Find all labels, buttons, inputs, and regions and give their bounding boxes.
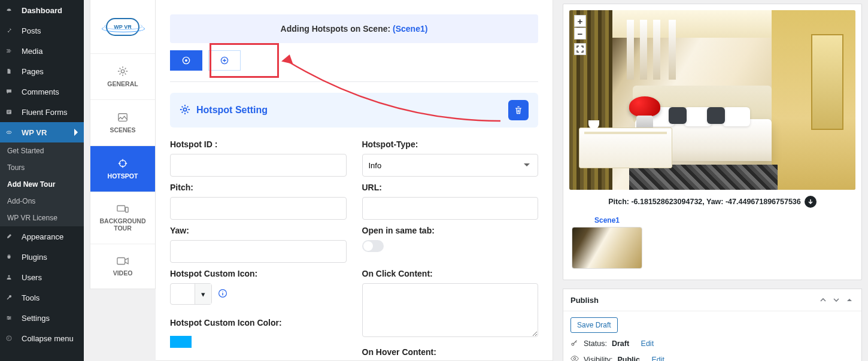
svg-point-7 bbox=[8, 318, 10, 320]
tab-video[interactable]: VIDEO bbox=[90, 244, 155, 289]
panel-move-down[interactable] bbox=[831, 295, 841, 305]
scene-thumbnail[interactable] bbox=[572, 227, 642, 269]
vr-icon bbox=[6, 127, 17, 138]
svg-point-4 bbox=[8, 275, 10, 277]
open-same-tab-toggle[interactable] bbox=[362, 240, 384, 252]
menu-label: Plugins bbox=[22, 253, 47, 262]
menu-label: Fluent Forms bbox=[22, 108, 68, 117]
custom-icon-picker[interactable]: ▾ bbox=[170, 283, 212, 305]
menu-tools[interactable]: Tools bbox=[0, 287, 84, 308]
pitch-input[interactable] bbox=[170, 197, 347, 220]
banner-scene-link[interactable]: (Scene1) bbox=[393, 24, 427, 34]
wp-admin-sidebar: Dashboard Posts Media Pages Comments Flu… bbox=[0, 0, 84, 361]
status-row: Status: Draft Edit bbox=[570, 339, 854, 348]
panorama-preview[interactable]: + − bbox=[569, 10, 855, 190]
main-content: WP VR GENERAL SCENES HOTSPOT BACKGROUND … bbox=[84, 0, 868, 361]
panel-move-up[interactable] bbox=[818, 295, 828, 305]
arrow-right-icon bbox=[74, 129, 78, 136]
tab-background-tour[interactable]: BACKGROUND TOUR bbox=[90, 192, 155, 244]
gear-icon bbox=[180, 104, 190, 117]
label-on-hover: On Hover Content: bbox=[362, 347, 539, 357]
submenu-get-started[interactable]: Get Started bbox=[0, 142, 84, 159]
tab-scenes[interactable]: SCENES bbox=[90, 100, 155, 146]
label-yaw: Yaw: bbox=[170, 226, 347, 235]
hotspot-form: Hotspot ID : Hotspot-Type:Info Pitch: UR… bbox=[170, 139, 538, 361]
svg-point-16 bbox=[185, 59, 187, 62]
panel-toggle[interactable] bbox=[845, 295, 854, 305]
submenu-tours[interactable]: Tours bbox=[0, 159, 84, 176]
trash-icon bbox=[514, 105, 523, 115]
submenu-addons[interactable]: Add-Ons bbox=[0, 193, 84, 210]
tab-hotspot[interactable]: HOTSPOT bbox=[90, 146, 155, 192]
zoom-in-button[interactable]: + bbox=[574, 15, 586, 27]
info-icon[interactable] bbox=[218, 289, 227, 300]
zoom-out-button[interactable]: − bbox=[574, 28, 586, 40]
wp-vr-submenu: Get Started Tours Add New Tour Add-Ons W… bbox=[0, 142, 84, 226]
tab-general[interactable]: GENERAL bbox=[90, 54, 155, 100]
tab-label: SCENES bbox=[110, 126, 135, 134]
on-click-textarea[interactable] bbox=[362, 283, 539, 337]
menu-appearance[interactable]: Appearance bbox=[0, 226, 84, 247]
menu-label: Media bbox=[22, 47, 43, 56]
menu-label: Dashboard bbox=[22, 6, 62, 15]
save-draft-button[interactable]: Save Draft bbox=[570, 317, 618, 333]
label-custom-icon: Hotspot Custom Icon: bbox=[170, 269, 347, 278]
devices-icon bbox=[117, 204, 129, 214]
hotspot-editor-panel: Adding Hotspots on Scene: (Scene1) Hotsp… bbox=[156, 0, 553, 361]
label-pitch: Pitch: bbox=[170, 183, 347, 192]
yaw-input[interactable] bbox=[170, 240, 347, 263]
apply-coords-button[interactable] bbox=[805, 196, 817, 208]
app-logo: WP VR bbox=[90, 0, 155, 54]
chevron-down-icon: ▾ bbox=[195, 284, 211, 304]
label-on-click: On Click Content: bbox=[362, 269, 539, 278]
hotspot-id-input[interactable] bbox=[170, 154, 347, 177]
scene-thumbnails: Scene1 bbox=[569, 216, 855, 269]
collapse-icon bbox=[6, 333, 17, 344]
image-icon bbox=[117, 112, 128, 123]
menu-media[interactable]: Media bbox=[0, 41, 84, 61]
menu-collapse[interactable]: Collapse menu bbox=[0, 328, 84, 348]
icon-color-swatch[interactable] bbox=[170, 336, 192, 348]
edit-status-link[interactable]: Edit bbox=[641, 339, 654, 348]
delete-hotspot-button[interactable] bbox=[508, 100, 529, 120]
user-icon bbox=[6, 272, 17, 283]
hotspot-tab-1[interactable] bbox=[170, 50, 202, 71]
menu-settings[interactable]: Settings bbox=[0, 308, 84, 328]
form-icon bbox=[6, 107, 17, 117]
fullscreen-icon bbox=[576, 45, 584, 53]
brush-icon bbox=[6, 231, 17, 242]
menu-pages[interactable]: Pages bbox=[0, 61, 84, 81]
wpvr-logo-icon: WP VR bbox=[106, 18, 139, 36]
fullscreen-button[interactable] bbox=[574, 43, 586, 55]
edit-visibility-link[interactable]: Edit bbox=[651, 356, 664, 362]
menu-label: Collapse menu bbox=[22, 334, 74, 343]
svg-rect-14 bbox=[117, 258, 125, 265]
publish-header: Publish bbox=[563, 289, 861, 311]
menu-fluent-forms[interactable]: Fluent Forms bbox=[0, 102, 84, 122]
submenu-license[interactable]: WP VR License bbox=[0, 210, 84, 226]
menu-wp-vr[interactable]: WP VR bbox=[0, 122, 84, 142]
wrench-icon bbox=[6, 292, 17, 303]
menu-plugins[interactable]: Plugins bbox=[0, 247, 84, 267]
menu-users[interactable]: Users bbox=[0, 267, 84, 287]
label-open-same-tab: Open in same tab: bbox=[362, 226, 539, 235]
menu-posts[interactable]: Posts bbox=[0, 20, 84, 41]
svg-point-5 bbox=[8, 316, 9, 317]
menu-dashboard[interactable]: Dashboard bbox=[0, 0, 84, 20]
hotspot-tab-row bbox=[170, 50, 538, 71]
svg-point-21 bbox=[573, 357, 576, 360]
submenu-add-new-tour[interactable]: Add New Tour bbox=[0, 176, 84, 193]
label-hotspot-type: Hotspot-Type: bbox=[362, 139, 539, 149]
url-input[interactable] bbox=[362, 197, 539, 220]
app-vertical-tabs: WP VR GENERAL SCENES HOTSPOT BACKGROUND … bbox=[90, 0, 156, 289]
menu-comments[interactable]: Comments bbox=[0, 81, 84, 102]
label-icon-color: Hotspot Custom Icon Color: bbox=[170, 318, 347, 327]
gear-icon bbox=[117, 66, 128, 77]
menu-label: Posts bbox=[22, 26, 41, 35]
scene-banner: Adding Hotspots on Scene: (Scene1) bbox=[170, 14, 538, 43]
add-hotspot-button[interactable] bbox=[208, 50, 241, 71]
svg-rect-12 bbox=[117, 206, 125, 211]
hotspot-type-select[interactable]: Info bbox=[362, 154, 539, 177]
menu-label: Settings bbox=[22, 314, 50, 323]
comments-icon bbox=[6, 86, 17, 97]
